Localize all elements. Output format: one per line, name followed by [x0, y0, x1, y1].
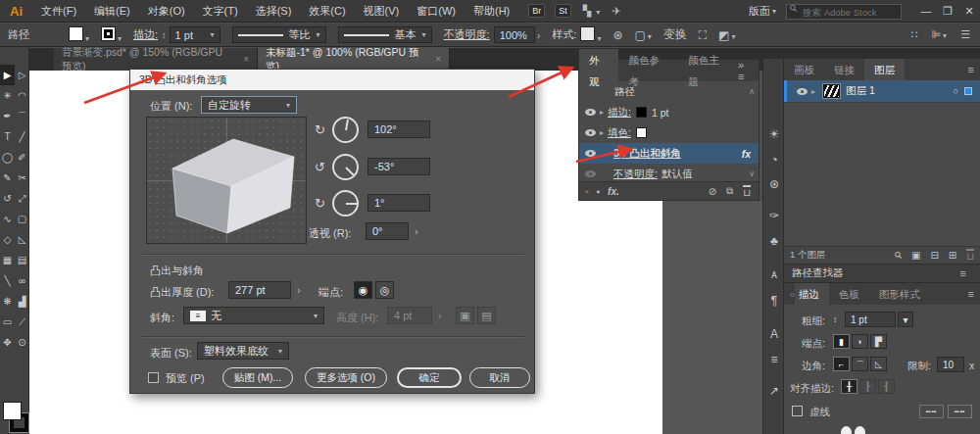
- free-transform-tool-icon[interactable]: ▢: [15, 209, 29, 229]
- visibility-eye-icon[interactable]: [585, 170, 596, 177]
- layer-row[interactable]: ▸ 图层 1 ○: [784, 80, 980, 103]
- gradient-tool-icon[interactable]: ▤: [15, 250, 29, 270]
- cap-round-button[interactable]: ◗: [852, 334, 868, 349]
- chevron-right-icon[interactable]: ›: [537, 29, 541, 41]
- slice-tool-icon[interactable]: ⟋: [15, 312, 29, 332]
- scroll-down-icon[interactable]: ∨: [749, 169, 755, 178]
- type-tool-icon[interactable]: T: [0, 126, 15, 147]
- share-icon[interactable]: ✈: [612, 5, 620, 18]
- close-tab-icon[interactable]: ×: [243, 54, 249, 65]
- ok-button[interactable]: 确定: [397, 367, 462, 388]
- effect-link[interactable]: 3D 凸出和斜角: [613, 147, 681, 161]
- map-art-button[interactable]: 贴图 (M)...: [222, 367, 293, 388]
- graph-tool-icon[interactable]: ▟: [15, 291, 29, 312]
- pathfinder-panel-header[interactable]: 路径查找器 ≡: [784, 264, 980, 283]
- dash-preserve-icon[interactable]: ╍╍: [919, 405, 944, 418]
- fill-color-swatch[interactable]: [636, 127, 647, 138]
- paragraph-styles-panel-icon[interactable]: ¶: [763, 294, 785, 308]
- chevron-right-icon[interactable]: ›: [415, 225, 418, 237]
- gradient-panel-icon[interactable]: ◔: [763, 153, 785, 167]
- scissors-tool-icon[interactable]: ✂: [15, 168, 29, 188]
- stepper-icon[interactable]: ↕: [833, 314, 838, 324]
- surface-dropdown[interactable]: 塑料效果底纹▾: [197, 342, 289, 360]
- arrowhead-preview-icon[interactable]: [841, 426, 852, 434]
- trash-icon[interactable]: ⊔: [966, 249, 974, 262]
- curvature-tool-icon[interactable]: ⌒: [15, 106, 29, 126]
- export-panel-icon[interactable]: ↗: [763, 384, 785, 398]
- panel-menu-icon[interactable]: ≡: [968, 64, 980, 75]
- symbols-panel-icon[interactable]: ♣: [763, 234, 785, 248]
- rotate-y-icon[interactable]: ↺: [315, 160, 325, 174]
- menu-item-7[interactable]: 窗口(W): [408, 0, 465, 23]
- magic-wand-tool-icon[interactable]: ✳: [0, 85, 15, 106]
- stroke-weight-value[interactable]: 1 pt: [845, 312, 896, 327]
- opacity-link[interactable]: 不透明度:: [444, 27, 490, 42]
- menu-item-6[interactable]: 视图(V): [355, 0, 409, 23]
- panel-options-icon[interactable]: ⊫▾: [932, 28, 948, 41]
- dash-align-icon[interactable]: ╍╍: [948, 405, 972, 418]
- pen-tool-icon[interactable]: ✒: [0, 106, 15, 126]
- stroke-weight-dropdown[interactable]: 1 pt▾: [170, 26, 220, 43]
- perspective-grid-tool-icon[interactable]: ◺: [15, 229, 29, 250]
- bevel-dropdown[interactable]: ≡无▾: [183, 307, 324, 324]
- trash-icon[interactable]: ⊔: [743, 185, 751, 198]
- eyedropper-tool-icon[interactable]: ╲: [0, 270, 15, 291]
- dialog-title[interactable]: 3D 凸出和斜角选项: [130, 70, 534, 90]
- visibility-eye-icon[interactable]: [585, 109, 596, 116]
- miter-limit-value[interactable]: 10: [937, 357, 964, 372]
- tab-graphic-styles[interactable]: 图形样式: [869, 283, 930, 305]
- stepper-icon[interactable]: ↕: [162, 30, 167, 40]
- rotation-track-cube[interactable]: [146, 117, 307, 244]
- document-tab[interactable]: 背景渐变.psd* @ 150% (RGB/GPU 预览) ×: [54, 48, 258, 71]
- cube-preview[interactable]: [147, 118, 308, 245]
- overflow-icon[interactable]: »: [738, 59, 744, 71]
- rotate-z-icon[interactable]: ↻: [315, 196, 325, 211]
- character-panel-icon[interactable]: A: [763, 327, 785, 341]
- make-mask-icon[interactable]: ▣: [911, 250, 920, 261]
- new-fill-icon[interactable]: ▪: [597, 186, 601, 197]
- document-tab-active[interactable]: 未标题-1* @ 100% (RGB/GPU 预览) ×: [258, 48, 450, 71]
- layer-name[interactable]: 图层 1: [846, 84, 875, 98]
- cancel-button[interactable]: 取消: [469, 367, 530, 388]
- corner-round-button[interactable]: ⌒: [852, 357, 868, 371]
- menu-item-5[interactable]: 效果(C): [300, 0, 354, 23]
- stroke-swatch[interactable]: [101, 26, 116, 41]
- new-stroke-icon[interactable]: ▫: [585, 186, 589, 197]
- chevron-down-icon[interactable]: ▾: [85, 34, 89, 43]
- menu-item-1[interactable]: 编辑(E): [85, 0, 139, 23]
- paragraph-panel-icon[interactable]: ≡: [763, 353, 785, 366]
- panel-menu-icon[interactable]: ≡: [968, 288, 980, 300]
- clear-appearance-icon[interactable]: ⊘: [709, 186, 716, 197]
- arrowhead-preview-icon[interactable]: [855, 426, 865, 434]
- arrange-documents-icon[interactable]: ▚ ▾: [583, 5, 601, 18]
- selection-tool-icon[interactable]: ▶: [0, 65, 15, 85]
- panel-menu-icon[interactable]: ≡: [960, 267, 972, 279]
- blend-tool-icon[interactable]: ∞: [15, 270, 29, 291]
- visibility-eye-icon[interactable]: [797, 88, 808, 95]
- position-dropdown[interactable]: 自定旋转▾: [201, 96, 297, 114]
- workspace-switcher[interactable]: 版面: [749, 4, 770, 19]
- cap-off-button[interactable]: ◎: [375, 281, 394, 299]
- corner-bevel-button[interactable]: ◺: [870, 357, 887, 371]
- character-styles-panel-icon[interactable]: ᴀ: [763, 267, 785, 281]
- opacity-link[interactable]: 不透明度:: [613, 168, 658, 181]
- dashed-line-checkbox[interactable]: [792, 406, 803, 416]
- close-button[interactable]: ✕: [958, 5, 980, 18]
- appearance-fill-row[interactable]: ▸ 填色:: [579, 122, 759, 143]
- width-profile-dropdown[interactable]: 等比▾: [232, 26, 326, 43]
- chevron-down-icon[interactable]: ▾: [118, 34, 122, 43]
- cap-on-button[interactable]: ◉: [354, 281, 372, 299]
- chevron-right-icon[interactable]: ›: [297, 284, 301, 296]
- bridge-icon[interactable]: Br: [528, 4, 545, 18]
- locate-object-icon[interactable]: ⚲: [892, 249, 905, 262]
- preview-checkbox[interactable]: [148, 372, 159, 383]
- tab-links[interactable]: 链接: [824, 59, 864, 80]
- visibility-eye-icon[interactable]: [585, 150, 596, 157]
- scroll-up-icon[interactable]: ∧: [749, 87, 755, 96]
- artboard-tool-icon[interactable]: ▭: [0, 312, 15, 332]
- tab-stroke[interactable]: 描边: [795, 283, 829, 305]
- color-guide-panel-icon[interactable]: ⊛: [763, 177, 785, 191]
- cap-projecting-button[interactable]: ▛: [870, 334, 887, 349]
- mesh-tool-icon[interactable]: ▦: [0, 250, 15, 270]
- stroke-link[interactable]: 描边:: [133, 27, 158, 42]
